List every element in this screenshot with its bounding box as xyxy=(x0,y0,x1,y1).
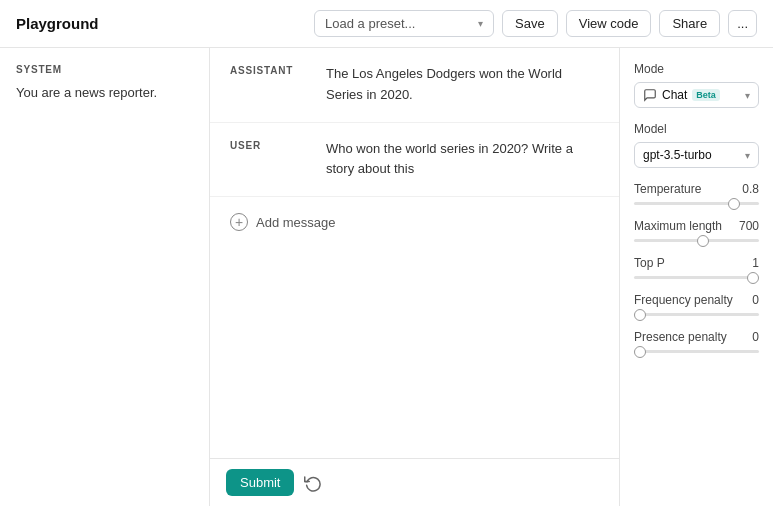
view-code-button[interactable]: View code xyxy=(566,10,652,37)
mode-chevron-icon: ▾ xyxy=(745,90,750,101)
chat-icon xyxy=(643,88,657,102)
mode-value: Chat xyxy=(662,88,687,102)
frequency-penalty-thumb[interactable] xyxy=(634,309,646,321)
submit-button[interactable]: Submit xyxy=(226,469,294,496)
model-value: gpt-3.5-turbo xyxy=(643,148,712,162)
top-p-value: 1 xyxy=(752,256,759,270)
frequency-penalty-group: Frequency penalty 0 xyxy=(634,293,759,316)
presence-penalty-slider[interactable] xyxy=(634,350,759,353)
more-options-button[interactable]: ... xyxy=(728,10,757,37)
max-length-value: 700 xyxy=(739,219,759,233)
system-panel: SYSTEM You are a news reporter. xyxy=(0,48,210,506)
share-button[interactable]: Share xyxy=(659,10,720,37)
add-message-button[interactable]: + Add message xyxy=(210,197,619,247)
presence-penalty-value: 0 xyxy=(752,330,759,344)
temperature-label: Temperature 0.8 xyxy=(634,182,759,196)
bottom-bar: Submit xyxy=(210,458,619,506)
message-role-user: USER xyxy=(230,139,310,181)
history-icon xyxy=(304,474,322,492)
frequency-penalty-slider[interactable] xyxy=(634,313,759,316)
mode-dropdown[interactable]: Chat Beta ▾ xyxy=(634,82,759,108)
model-label: Model xyxy=(634,122,759,136)
preset-dropdown[interactable]: Load a preset... ▾ xyxy=(314,10,494,37)
max-length-group: Maximum length 700 xyxy=(634,219,759,242)
max-length-slider[interactable] xyxy=(634,239,759,242)
presence-penalty-thumb[interactable] xyxy=(634,346,646,358)
settings-panel: Mode Chat Beta ▾ Model gpt-3.5-turbo ▾ xyxy=(619,48,773,506)
temperature-slider[interactable] xyxy=(634,202,759,205)
mode-label: Mode xyxy=(634,62,759,76)
model-dropdown[interactable]: gpt-3.5-turbo ▾ xyxy=(634,142,759,168)
message-content-user[interactable]: Who won the world series in 2020? Write … xyxy=(326,139,599,181)
top-p-label: Top P 1 xyxy=(634,256,759,270)
frequency-penalty-track xyxy=(634,313,759,316)
temperature-thumb[interactable] xyxy=(728,198,740,210)
message-role-assistant: ASSISTANT xyxy=(230,64,310,106)
top-p-track xyxy=(634,276,759,279)
header: Playground Load a preset... ▾ Save View … xyxy=(0,0,773,48)
top-p-thumb[interactable] xyxy=(747,272,759,284)
message-row: ASSISTANT The Los Angeles Dodgers won th… xyxy=(210,48,619,123)
message-content-assistant[interactable]: The Los Angeles Dodgers won the World Se… xyxy=(326,64,599,106)
add-icon: + xyxy=(230,213,248,231)
system-label: SYSTEM xyxy=(16,64,193,75)
main-layout: SYSTEM You are a news reporter. ASSISTAN… xyxy=(0,48,773,506)
temperature-value: 0.8 xyxy=(742,182,759,196)
frequency-penalty-value: 0 xyxy=(752,293,759,307)
temperature-group: Temperature 0.8 xyxy=(634,182,759,205)
mode-inner: Chat Beta xyxy=(643,88,720,102)
presence-penalty-label: Presence penalty 0 xyxy=(634,330,759,344)
preset-placeholder: Load a preset... xyxy=(325,16,415,31)
max-length-thumb[interactable] xyxy=(697,235,709,247)
messages-panel: ASSISTANT The Los Angeles Dodgers won th… xyxy=(210,48,619,506)
system-text[interactable]: You are a news reporter. xyxy=(16,83,193,103)
add-message-label: Add message xyxy=(256,215,336,230)
header-controls: Load a preset... ▾ Save View code Share … xyxy=(314,10,757,37)
top-p-group: Top P 1 xyxy=(634,256,759,279)
presence-penalty-track xyxy=(634,350,759,353)
history-button[interactable] xyxy=(304,474,322,492)
page-title: Playground xyxy=(16,15,314,32)
temperature-track xyxy=(634,202,759,205)
model-group: Model gpt-3.5-turbo ▾ xyxy=(634,122,759,168)
save-button[interactable]: Save xyxy=(502,10,558,37)
max-length-track xyxy=(634,239,759,242)
chevron-down-icon: ▾ xyxy=(478,18,483,29)
message-row: USER Who won the world series in 2020? W… xyxy=(210,123,619,198)
presence-penalty-group: Presence penalty 0 xyxy=(634,330,759,353)
beta-badge: Beta xyxy=(692,89,720,101)
top-p-slider[interactable] xyxy=(634,276,759,279)
frequency-penalty-label: Frequency penalty 0 xyxy=(634,293,759,307)
model-chevron-icon: ▾ xyxy=(745,150,750,161)
max-length-label: Maximum length 700 xyxy=(634,219,759,233)
mode-group: Mode Chat Beta ▾ xyxy=(634,62,759,108)
